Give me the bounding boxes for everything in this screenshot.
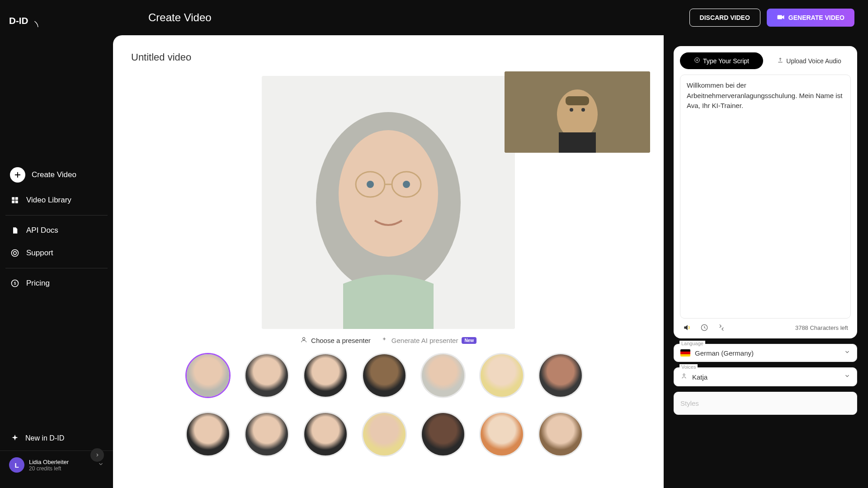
pricing-nav[interactable]: $ Pricing [0,272,113,295]
tab-label: Upload Voice Audio [786,57,841,65]
divider [5,268,108,268]
support-nav[interactable]: Support [0,242,113,264]
generate-ai-presenter-button[interactable]: Generate AI presenter New [381,336,476,345]
svg-rect-9 [777,15,782,19]
chevron-down-icon [98,461,104,469]
tab-type-script[interactable]: Type Your Script [680,52,763,69]
new-badge: New [462,337,476,344]
choose-presenter-button[interactable]: Choose a presenter [300,336,371,345]
presenter-thumb[interactable] [538,353,583,398]
nav-label: Create Video [32,170,76,179]
discard-video-button[interactable]: DISCARD VIDEO [689,9,760,27]
presenter-thumb[interactable] [362,412,407,457]
header-actions: DISCARD VIDEO GENERATE VIDEO [689,9,854,27]
profile-credits: 20 credits left [29,465,69,472]
toolbar-label: Choose a presenter [311,337,371,344]
select-label: Voices [679,364,698,370]
svg-point-16 [367,181,374,188]
presenter-thumb[interactable] [185,353,231,398]
svg-rect-1 [12,197,14,200]
svg-point-28 [683,374,685,375]
tab-label: Type Your Script [703,57,749,65]
sidebar: D-ID Create Video Video Library API Docs… [0,0,113,488]
presenter-thumb[interactable] [303,412,348,457]
script-panel: Type Your Script Upload Voice Audio [674,35,868,488]
logo[interactable]: D-ID [0,9,113,43]
plus-circle-icon [694,57,700,65]
script-footer: 3788 Characters left [680,319,851,332]
presenter-thumb[interactable] [362,353,407,398]
svg-point-24 [581,108,585,112]
presenter-thumb[interactable] [185,412,231,457]
plus-icon [10,167,25,183]
profile-text: Lidia Oberleiter 20 credits left [29,459,69,472]
presenter-thumb[interactable] [420,412,466,457]
presenter-thumb[interactable] [479,353,524,398]
toolbar-label: Generate AI presenter [392,337,458,344]
presenter-thumb[interactable] [420,353,466,398]
page-title: Create Video [148,11,212,24]
tab-upload-audio[interactable]: Upload Voice Audio [768,52,851,69]
api-docs-nav[interactable]: API Docs [0,219,113,242]
svg-rect-25 [566,96,589,105]
presenter-thumb[interactable] [479,412,524,457]
generate-video-button[interactable]: GENERATE VIDEO [767,9,854,27]
nav-label: Pricing [26,279,50,288]
nav-label: Support [26,249,53,258]
presenter-grid[interactable] [185,353,591,457]
video-title[interactable]: Untitled video [131,52,646,63]
video-library-nav[interactable]: Video Library [0,189,113,211]
presenter-grid-wrap [185,353,591,457]
presenter-image [262,76,515,329]
svg-point-23 [570,108,573,112]
svg-text:D-ID: D-ID [9,15,28,26]
svg-rect-4 [15,201,18,203]
coin-icon: $ [10,278,20,288]
sparkle-icon [381,336,388,345]
avatar: L [9,457,24,473]
select-value: Katja [692,373,708,381]
presenter-toolbar: Choose a presenter Generate AI presenter… [300,336,476,345]
collapse-sidebar-button[interactable] [90,448,104,462]
script-tabs: Type Your Script Upload Voice Audio [680,52,851,69]
chevron-down-icon [844,373,850,381]
presenter-thumb[interactable] [244,353,289,398]
presenter-preview [262,76,515,329]
presenter-thumb[interactable] [244,412,289,457]
webcam-overlay [505,71,650,153]
lifebuoy-icon [10,248,20,258]
divider [5,215,108,216]
clock-icon[interactable] [700,323,709,332]
content-area: Untitled video [113,35,868,488]
nav-label: Video Library [26,196,71,205]
button-label: GENERATE VIDEO [788,14,844,21]
document-icon [10,225,20,235]
svg-rect-3 [12,201,14,203]
create-video-button[interactable]: Create Video [0,161,113,189]
swap-icon[interactable] [717,323,726,332]
profile-name: Lidia Oberleiter [29,459,69,465]
styles-label: Styles [680,399,699,407]
svg-rect-2 [15,197,18,200]
styles-box[interactable]: Styles [674,392,857,415]
svg-point-5 [12,250,19,257]
presenter-thumb[interactable] [538,412,583,457]
main-container: Create Video DISCARD VIDEO GENERATE VIDE… [113,0,868,488]
upload-icon [777,57,783,65]
svg-rect-22 [559,132,596,153]
presenter-thumb[interactable] [303,353,348,398]
select-label: Language [679,341,705,346]
svg-point-12 [339,130,438,257]
flag-de-icon [680,349,690,357]
char-count: 3788 Characters left [795,324,848,331]
language-select[interactable]: Language German (Germany) [674,344,857,362]
sound-icon[interactable] [683,323,692,332]
nav-label: API Docs [26,226,58,235]
script-textarea[interactable] [680,75,851,319]
editor-panel: Untitled video [113,35,664,488]
new-in-did[interactable]: New in D-ID [0,426,113,450]
grid-icon [10,195,20,205]
sparkle-icon [10,433,20,443]
person-icon [300,336,307,345]
voices-select[interactable]: Voices Katja [674,367,857,386]
